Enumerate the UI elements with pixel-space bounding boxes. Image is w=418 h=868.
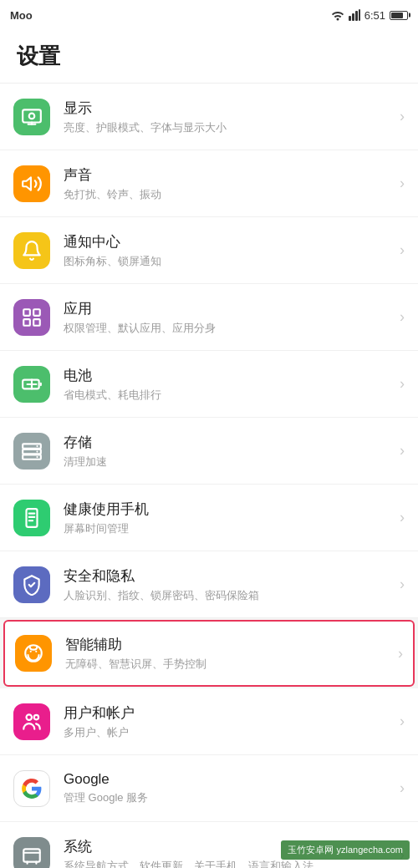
google-subtitle: 管理 Google 服务	[64, 790, 393, 805]
apps-title: 应用	[64, 299, 393, 318]
svg-point-20	[27, 714, 33, 720]
svg-rect-3	[355, 11, 358, 21]
notification-icon	[13, 232, 50, 269]
settings-item-security[interactable]: 安全和隐私 人脸识别、指纹、锁屏密码、密码保险箱 ›	[0, 551, 418, 618]
svg-point-0	[336, 18, 339, 21]
wifi-icon	[331, 9, 344, 21]
notification-text: 通知中心 图标角标、锁屏通知	[64, 232, 393, 269]
svg-rect-8	[33, 309, 40, 316]
svg-point-16	[36, 450, 38, 452]
users-text: 用户和帐户 多用户、帐户	[64, 703, 393, 740]
svg-rect-4	[359, 9, 360, 21]
svg-rect-22	[23, 849, 40, 861]
battery-title: 电池	[64, 366, 393, 385]
sound-chevron: ›	[400, 175, 405, 192]
storage-icon	[13, 433, 50, 470]
google-title: Google	[64, 771, 393, 788]
health-icon	[13, 500, 50, 536]
apps-chevron: ›	[400, 308, 405, 326]
users-subtitle: 多用户、帐户	[64, 725, 393, 740]
security-title: 安全和隐私	[64, 566, 393, 586]
svg-point-19	[25, 645, 42, 662]
page-title: 设置	[17, 42, 401, 71]
svg-rect-12	[23, 444, 41, 448]
sound-text: 声音 免打扰、铃声、振动	[64, 165, 393, 202]
assistant-text: 智能辅助 无障碍、智慧识屏、手势控制	[65, 635, 391, 672]
battery-subtitle: 省电模式、耗电排行	[64, 388, 393, 403]
settings-item-assistant[interactable]: 智能辅助 无障碍、智慧识屏、手势控制 ›	[3, 620, 415, 687]
svg-rect-5	[23, 109, 41, 122]
svg-rect-13	[23, 449, 41, 453]
assistant-icon	[15, 635, 52, 672]
status-bar: Moo 6:51	[0, 0, 418, 30]
assistant-title: 智能辅助	[65, 635, 391, 654]
battery-chevron: ›	[400, 375, 405, 393]
storage-subtitle: 清理加速	[64, 454, 393, 470]
google-chevron: ›	[400, 779, 405, 797]
battery-icon	[13, 366, 50, 403]
storage-title: 存储	[64, 433, 393, 452]
settings-item-storage[interactable]: 存储 清理加速 ›	[0, 418, 418, 485]
settings-item-apps[interactable]: 应用 权限管理、默认应用、应用分身 ›	[0, 284, 418, 351]
system-icon	[13, 837, 50, 869]
sound-subtitle: 免打扰、铃声、振动	[64, 187, 393, 202]
page-title-bar: 设置	[0, 30, 418, 84]
settings-item-battery[interactable]: 电池 省电模式、耗电排行 ›	[0, 351, 418, 418]
google-icon	[13, 770, 50, 807]
health-title: 健康使用手机	[64, 500, 393, 519]
display-text: 显示 亮度、护眼模式、字体与显示大小	[64, 99, 393, 135]
status-right: 6:51	[331, 9, 408, 22]
storage-text: 存储 清理加速	[64, 433, 393, 470]
display-title: 显示	[64, 99, 393, 118]
svg-rect-9	[23, 319, 30, 326]
settings-item-health[interactable]: 健康使用手机 屏幕时间管理 ›	[0, 485, 418, 551]
security-subtitle: 人脸识别、指纹、锁屏密码、密码保险箱	[64, 588, 393, 603]
settings-item-users[interactable]: 用户和帐户 多用户、帐户 ›	[0, 688, 418, 755]
display-chevron: ›	[400, 108, 405, 125]
users-icon	[13, 703, 50, 740]
sound-icon	[13, 165, 50, 202]
assistant-chevron: ›	[398, 645, 403, 662]
svg-point-21	[34, 714, 38, 718]
security-text: 安全和隐私 人脸识别、指纹、锁屏密码、密码保险箱	[64, 566, 393, 603]
svg-point-17	[36, 455, 38, 457]
battery-status-icon	[390, 11, 408, 20]
notification-chevron: ›	[400, 241, 405, 259]
battery-text: 电池 省电模式、耗电排行	[64, 366, 393, 403]
settings-list: 显示 亮度、护眼模式、字体与显示大小 › 声音 免打扰、铃声、振动 › 通知中心…	[0, 84, 418, 868]
sound-title: 声音	[64, 165, 393, 185]
apps-icon	[13, 299, 50, 336]
svg-rect-10	[33, 319, 40, 326]
users-chevron: ›	[400, 713, 405, 730]
svg-rect-1	[349, 16, 351, 21]
brand-label: Moo	[10, 9, 33, 22]
display-subtitle: 亮度、护眼模式、字体与显示大小	[64, 120, 393, 135]
watermark: 玉竹安卓网 yzlangecha.com	[281, 840, 410, 860]
svg-point-15	[36, 444, 38, 446]
system-subtitle: 系统导航方式、软件更新、关于手机、语言和输入法	[64, 859, 393, 869]
svg-rect-7	[23, 309, 30, 316]
settings-item-sound[interactable]: 声音 免打扰、铃声、振动 ›	[0, 150, 418, 217]
status-left: Moo	[10, 9, 33, 22]
settings-item-google[interactable]: Google 管理 Google 服务 ›	[0, 755, 418, 822]
storage-chevron: ›	[400, 442, 405, 459]
security-icon	[13, 566, 50, 603]
settings-item-display[interactable]: 显示 亮度、护眼模式、字体与显示大小 ›	[0, 84, 418, 150]
svg-rect-2	[352, 13, 354, 21]
time-label: 6:51	[364, 9, 385, 22]
notification-subtitle: 图标角标、锁屏通知	[64, 254, 393, 269]
health-subtitle: 屏幕时间管理	[64, 521, 393, 536]
apps-text: 应用 权限管理、默认应用、应用分身	[64, 299, 393, 336]
notification-title: 通知中心	[64, 232, 393, 251]
assistant-subtitle: 无障碍、智慧识屏、手势控制	[65, 657, 391, 672]
signal-icon	[349, 9, 360, 21]
health-chevron: ›	[400, 509, 405, 526]
health-text: 健康使用手机 屏幕时间管理	[64, 500, 393, 536]
display-icon	[13, 99, 50, 135]
svg-point-6	[29, 113, 35, 119]
svg-rect-14	[23, 454, 41, 459]
google-text: Google 管理 Google 服务	[64, 771, 393, 805]
apps-subtitle: 权限管理、默认应用、应用分身	[64, 321, 393, 336]
settings-item-notification[interactable]: 通知中心 图标角标、锁屏通知 ›	[0, 217, 418, 284]
users-title: 用户和帐户	[64, 703, 393, 723]
